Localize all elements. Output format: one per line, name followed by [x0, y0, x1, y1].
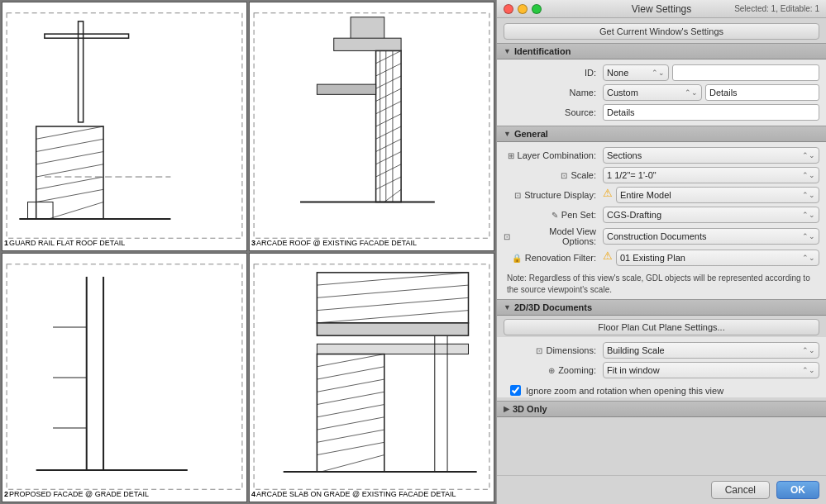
panel-4-number: 4	[251, 490, 255, 498]
dimensions-select[interactable]: Building Scale ⌃⌄	[603, 342, 819, 359]
layer-select[interactable]: Sections ⌃⌄	[603, 147, 819, 164]
structure-label: ⊡ Structure Display:	[504, 190, 603, 200]
svg-line-23	[376, 114, 402, 126]
general-arrow: ▼	[504, 130, 511, 138]
svg-line-53	[317, 379, 384, 392]
name-text-input[interactable]: Details	[705, 84, 819, 101]
name-label: Name:	[504, 88, 603, 97]
source-control: Details	[603, 104, 819, 121]
model-control: Construction Documents ⌃⌄	[603, 228, 819, 245]
panel-arcade-roof: 3 ARCADE ROOF @ EXISTING FACADE DETAIL	[249, 2, 494, 251]
source-text-input[interactable]: Details	[603, 104, 819, 121]
pen-label: ✎ Pen Set:	[504, 210, 603, 220]
floor-plan-button[interactable]: Floor Plan Cut Plane Settings...	[504, 319, 819, 335]
panel-proposed-facade: 2 PROPOSED FACADE @ GRADE DETAIL	[2, 253, 247, 502]
svg-rect-2	[45, 34, 129, 38]
structure-control: ⚠ Entire Model ⌃⌄	[603, 187, 819, 203]
svg-line-59	[321, 455, 384, 472]
zooming-select[interactable]: Fit in window ⌃⌄	[603, 362, 819, 378]
scale-icon: ⊡	[561, 171, 567, 180]
id-text-input[interactable]	[672, 64, 819, 81]
panel-2-number: 2	[4, 490, 8, 498]
panel-4-label: ARCADE SLAB ON GRADE @ EXISTING FACADE D…	[256, 490, 456, 498]
id-label: ID:	[504, 68, 603, 78]
renovation-row: 🔒 Renovation Filter: ⚠ 01 Existing Plan …	[497, 248, 826, 268]
identification-label: Identification	[514, 46, 571, 56]
pen-value: CGS-Drafting	[607, 210, 802, 220]
ignore-zoom-checkbox[interactable]	[510, 385, 521, 396]
dimensions-control: Building Scale ⌃⌄	[603, 342, 819, 359]
svg-line-58	[317, 442, 384, 454]
zooming-select-arrow: ⌃⌄	[802, 366, 815, 374]
dimensions-label: ⊡ Dimensions:	[504, 345, 603, 355]
zooming-control: Fit in window ⌃⌄	[603, 362, 819, 378]
ok-button[interactable]: OK	[776, 481, 819, 499]
layer-value: Sections	[607, 150, 802, 160]
svg-rect-17	[376, 50, 402, 202]
svg-line-5	[36, 139, 103, 151]
structure-select[interactable]: Entire Model ⌃⌄	[616, 187, 819, 203]
svg-rect-48	[317, 323, 468, 335]
id-select[interactable]: None ⌃⌄	[603, 64, 669, 81]
dialog-title: View Settings	[632, 3, 692, 15]
zooming-label: ⊕ Zooming:	[504, 365, 603, 375]
section-threed: ▶ 3D Only	[497, 401, 826, 417]
svg-line-57	[317, 430, 384, 442]
layer-icon: ⊞	[508, 151, 514, 160]
svg-rect-1	[79, 21, 84, 122]
name-row: Name: Custom ⌃⌄ Details	[497, 83, 826, 102]
structure-row: ⊡ Structure Display: ⚠ Entire Model ⌃⌄	[497, 185, 826, 205]
scale-select[interactable]: 1 1/2"= 1'-0" ⌃⌄	[603, 167, 819, 183]
minimize-button[interactable]	[518, 4, 528, 14]
panel-1-label: GUARD RAIL FLAT ROOF DETAIL	[9, 239, 125, 247]
name-select[interactable]: Custom ⌃⌄	[603, 84, 702, 101]
svg-line-19	[376, 64, 402, 76]
id-row: ID: None ⌃⌄	[497, 63, 826, 83]
zooming-row: ⊕ Zooming: Fit in window ⌃⌄	[497, 360, 826, 380]
svg-line-54	[317, 392, 384, 404]
svg-rect-13	[28, 202, 54, 219]
svg-line-25	[376, 139, 402, 151]
scale-select-arrow: ⌃⌄	[802, 171, 815, 179]
maximize-button[interactable]	[532, 4, 542, 14]
name-control: Custom ⌃⌄ Details	[603, 84, 819, 101]
general-label: General	[514, 129, 548, 139]
cancel-button[interactable]: Cancel	[711, 481, 770, 499]
get-current-button[interactable]: Get Current Window's Settings	[504, 23, 819, 40]
model-select[interactable]: Construction Documents ⌃⌄	[603, 228, 819, 245]
svg-line-20	[376, 76, 402, 88]
svg-line-56	[317, 417, 384, 430]
section-identification: ▼ Identification	[497, 43, 826, 59]
model-label: ⊡ Model View Options:	[504, 226, 603, 246]
dimensions-select-arrow: ⌃⌄	[802, 346, 815, 354]
pen-row: ✎ Pen Set: CGS-Drafting ⌃⌄	[497, 205, 826, 225]
dimensions-icon: ⊡	[536, 346, 542, 355]
close-button[interactable]	[504, 4, 513, 14]
svg-line-55	[317, 405, 384, 417]
pen-select[interactable]: CGS-Drafting ⌃⌄	[603, 207, 819, 223]
structure-select-arrow: ⌃⌄	[802, 191, 815, 199]
renovation-select[interactable]: 01 Existing Plan ⌃⌄	[616, 250, 819, 266]
title-bar: View Settings Selected: 1, Editable: 1	[497, 0, 826, 18]
panel-arcade-slab: 4 ARCADE SLAB ON GRADE @ EXISTING FACADE…	[249, 253, 494, 502]
scale-value: 1 1/2"= 1'-0"	[607, 170, 802, 180]
structure-icon: ⊡	[514, 191, 521, 200]
identification-arrow: ▼	[504, 47, 511, 55]
source-text-value: Details	[607, 107, 635, 117]
svg-rect-30	[317, 84, 375, 94]
name-select-value: Custom	[607, 88, 685, 97]
model-row: ⊡ Model View Options: Construction Docum…	[497, 225, 826, 248]
drawing-grid: 1 GUARD RAIL FLAT ROOF DETAIL	[0, 0, 496, 504]
svg-line-8	[36, 177, 103, 189]
section-general: ▼ General	[497, 126, 826, 142]
structure-value: Entire Model	[620, 190, 802, 200]
svg-line-46	[317, 297, 468, 310]
layer-select-arrow: ⌃⌄	[802, 151, 815, 159]
layer-row: ⊞ Layer Combination: Sections ⌃⌄	[497, 145, 826, 165]
settings-panel: View Settings Selected: 1, Editable: 1 G…	[496, 0, 826, 504]
name-text-value: Details	[709, 88, 738, 97]
svg-line-6	[36, 152, 103, 164]
bottom-bar: Cancel OK	[497, 475, 826, 504]
id-select-arrow: ⌃⌄	[652, 69, 665, 77]
svg-line-44	[317, 273, 468, 285]
